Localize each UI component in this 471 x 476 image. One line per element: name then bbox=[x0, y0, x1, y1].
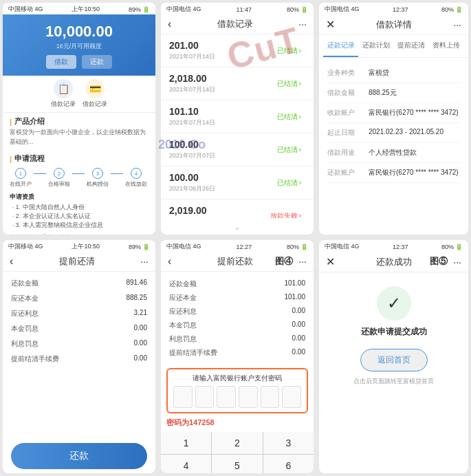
value-purpose: 个人经营性贷款 bbox=[369, 148, 460, 158]
key-2[interactable]: 2 bbox=[212, 432, 262, 454]
repay-interest-value: 3.21 bbox=[134, 309, 147, 318]
record-date-0: 2021年07月14日 bbox=[169, 52, 215, 61]
password-overlay: 请输入富民银行账户支付密码 bbox=[166, 368, 308, 413]
step-3: 3 机构授信 bbox=[87, 168, 109, 188]
repay-interest-penalty: 利息罚息 0.00 bbox=[11, 336, 147, 351]
detail-type: 业务种类 富税贷 bbox=[327, 63, 460, 83]
record-amount-3: 100.00 bbox=[169, 139, 215, 150]
repay-principal-penalty: 本金罚息 0.00 bbox=[11, 321, 147, 336]
value-receive: 富民银行(6270 **** **** 3472) bbox=[369, 108, 460, 118]
step-4: 4 在线放款 bbox=[125, 168, 147, 188]
record-item-2[interactable]: 101.10 2021年07月14日 已结清 › bbox=[161, 100, 314, 133]
label-type: 业务种类 bbox=[327, 68, 369, 78]
pay-ip: 利息罚息 0.00 bbox=[169, 332, 305, 346]
value-amount: 888.25元 bbox=[369, 88, 460, 98]
key-5[interactable]: 5 bbox=[212, 455, 262, 473]
record-item-5[interactable]: 2,019.00 2019年10月08日 放款失败 › bbox=[161, 199, 314, 218]
pwd-dot-3 bbox=[217, 386, 236, 408]
key-4[interactable]: 4 bbox=[161, 455, 211, 473]
step-label-3: 机构授信 bbox=[87, 180, 109, 188]
tab-early-repay[interactable]: 提前还清 bbox=[394, 35, 429, 57]
pwd-dot-5 bbox=[261, 386, 280, 408]
repay-btn[interactable]: 还款 bbox=[82, 55, 112, 69]
icon-repay-records[interactable]: 💳 借款记录 bbox=[83, 79, 107, 109]
nav-bar-3: ✕ 借款详情 ··· bbox=[319, 14, 468, 35]
carrier-5: 中国电信 4G bbox=[166, 242, 201, 251]
step-label-2: 合格审核 bbox=[48, 180, 70, 188]
detail-amount: 借款金额 888.25元 bbox=[327, 83, 460, 103]
step-line-3 bbox=[111, 173, 123, 174]
borrow-btn[interactable]: 借款 bbox=[46, 55, 76, 69]
records-list: 201.00 2021年07月14日 已结清 › 2,018.00 2021年0… bbox=[161, 34, 314, 218]
nav-title-3: 借款详情 bbox=[335, 19, 453, 31]
icon-borrow-records[interactable]: 📋 借款记录 bbox=[51, 79, 76, 109]
more-btn-4[interactable]: ··· bbox=[140, 256, 149, 267]
status-bar-3: 中国电信 4G 12:37 80% 🔋 bbox=[319, 3, 468, 14]
battery-6: 80% 🔋 bbox=[441, 244, 463, 250]
key-6[interactable]: 6 bbox=[263, 455, 314, 473]
record-date-1: 2021年07月14日 bbox=[169, 85, 215, 94]
tab-repay-plan[interactable]: 还款计划 bbox=[358, 35, 393, 57]
repay-submit-btn[interactable]: 还款 bbox=[11, 443, 147, 469]
pwd-dot-6 bbox=[282, 386, 301, 408]
back-btn-3[interactable]: ✕ bbox=[326, 18, 335, 31]
carrier-4: 中国移动 4G bbox=[8, 242, 43, 251]
req-1: 1. 中国大陆自然人人身份 bbox=[12, 203, 149, 212]
phone-payment-input: 中国电信 4G 12:27 80% 🔋 ‹ 提前还款 ··· 图④ 还款金额 1… bbox=[161, 240, 314, 473]
step-1: 1 在线开户 bbox=[10, 168, 32, 188]
home-btn[interactable]: 返回首页 bbox=[360, 349, 428, 371]
record-item-1[interactable]: 2,018.00 2021年07月14日 已结清 › bbox=[161, 67, 314, 100]
detail-repay-acct: 还款账户 富民银行(6270 **** **** 3472) bbox=[327, 163, 460, 183]
pay-total: 还款金额 101.00 bbox=[169, 277, 305, 291]
step-circle-1: 1 bbox=[15, 168, 26, 179]
detail-tabs: 还款记录 还款计划 提前还清 资料上传 bbox=[319, 35, 468, 58]
detail-receive-acct: 收款账户 富民银行(6270 **** **** 3472) bbox=[327, 103, 460, 123]
detail-info: 业务种类 富税贷 借款金额 888.25元 收款账户 富民银行(6270 ***… bbox=[319, 58, 468, 188]
back-btn-6[interactable]: ✕ bbox=[326, 255, 335, 268]
nav-title-2: 借款记录 bbox=[171, 18, 298, 30]
battery-3: 80% 🔋 bbox=[441, 6, 463, 13]
more-btn-3[interactable]: ··· bbox=[453, 19, 461, 30]
nav-bar-2: ‹ 借款记录 ··· bbox=[161, 14, 314, 34]
carrier-3: 中国电信 4G bbox=[325, 5, 360, 14]
nav-title-4: 提前还清 bbox=[13, 255, 140, 268]
success-area: ✓ 还款申请提交成功 返回首页 点击后页面跳转至富税贷首页 bbox=[319, 272, 468, 393]
repay-fee-label: 提前结清手续费 bbox=[11, 354, 59, 364]
tab-repay-record[interactable]: 还款记录 bbox=[323, 35, 358, 57]
record-item-3[interactable]: 100.00 2021年07月07日 已结清 › bbox=[161, 133, 314, 166]
section-product-content: 富税贷为一款面向中小微企业，以企业纳税数据为基础的... bbox=[3, 128, 155, 150]
phone-payment-success: 中国电信 4G 12:37 80% 🔋 ✕ 还款成功 ··· 图⑤ ✓ 还款申请… bbox=[319, 240, 468, 473]
nav-bar-4: ‹ 提前还清 ··· bbox=[3, 252, 155, 272]
status-bar-4: 中国移动 4G 上午10:50 89% 🔋 bbox=[3, 240, 155, 252]
pwd-dot-4 bbox=[239, 386, 258, 408]
step-label-1: 在线开户 bbox=[10, 180, 32, 188]
icon-label-1: 借款记录 bbox=[51, 100, 76, 109]
more-btn-6[interactable]: ··· bbox=[453, 257, 461, 268]
tab-documents[interactable]: 资料上传 bbox=[429, 35, 464, 57]
more-btn-2[interactable]: ··· bbox=[298, 19, 307, 30]
battery-5: 80% 🔋 bbox=[287, 244, 308, 250]
record-date-4: 2021年06月26日 bbox=[169, 184, 215, 193]
repay-details: 还款金额 891.46 应还本金 888.25 应还利息 3.21 本金罚息 0… bbox=[3, 272, 155, 371]
record-status-0: 已结清 › bbox=[273, 45, 305, 57]
password-dots bbox=[173, 386, 301, 408]
carrier-1: 中国移动 4G bbox=[8, 5, 43, 14]
repay-pp-label: 本金罚息 bbox=[11, 324, 39, 334]
battery-4: 89% 🔋 bbox=[129, 244, 150, 250]
record-status-5: 放款失败 › bbox=[266, 210, 305, 219]
region-info: 支持地区：重庆、广东 bbox=[3, 232, 155, 235]
record-item-4[interactable]: 100.00 2021年06月26日 已结清 › bbox=[161, 166, 314, 199]
status-bar-6: 中国电信 4G 12:37 80% 🔋 bbox=[319, 240, 468, 252]
more-btn-5[interactable]: ··· bbox=[298, 256, 307, 267]
record-item-0[interactable]: 201.00 2021年07月14日 已结清 › bbox=[161, 34, 314, 67]
apply-title: 申请资质 bbox=[10, 193, 149, 202]
success-text: 还款申请提交成功 bbox=[361, 326, 427, 338]
key-1[interactable]: 1 bbox=[161, 432, 211, 454]
repay-ip-value: 0.00 bbox=[134, 339, 147, 349]
icon-label-2: 借款记录 bbox=[83, 100, 107, 109]
record-amount-5: 2,019.00 bbox=[169, 205, 215, 216]
record-amount-4: 100.00 bbox=[169, 172, 215, 183]
record-status-1: 已结清 › bbox=[273, 78, 305, 90]
key-3[interactable]: 3 bbox=[263, 432, 314, 454]
step-2: 2 合格审核 bbox=[48, 168, 70, 188]
